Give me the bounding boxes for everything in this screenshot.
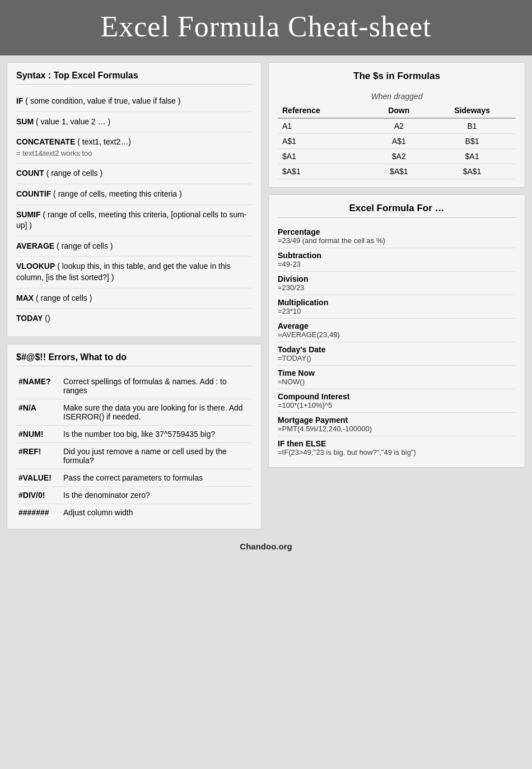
dollars-cell: $A1	[428, 149, 516, 164]
dollars-row: $A$1$A$1$A$1	[278, 164, 516, 179]
formula-for-value: =23/49 (and format the cell as %)	[278, 236, 516, 245]
formula-for-value: =AVERAGE(23,49)	[278, 330, 516, 339]
error-code: #VALUE!	[16, 469, 61, 486]
formula-for-value: =NOW()	[278, 377, 516, 386]
footer-text: Chandoo.org	[240, 542, 292, 551]
dollars-cell: A$1	[369, 134, 428, 149]
syntax-card: Syntax : Top Excel Formulas IF ( some co…	[7, 62, 262, 337]
dollars-cell: $A2	[369, 149, 428, 164]
error-desc: Did you just remove a name or cell used …	[61, 442, 252, 469]
formula-for-item: Subtraction=49-23	[278, 248, 516, 272]
error-desc: Make sure the data you are looking for i…	[61, 399, 252, 425]
formula-for-name: Compound Interest	[278, 392, 516, 401]
formula-for-value: =IF(23>49,"23 is big, but how?","49 is b…	[278, 448, 516, 456]
formula-name: VLOOKUP	[16, 262, 55, 271]
formula-desc: ( range of cells, meeting this criteria …	[53, 189, 182, 198]
formula-for-name: Time Now	[278, 369, 516, 377]
dollars-cell: $A$1	[369, 164, 428, 179]
error-desc: Is the number too big, like 37^5759435 b…	[61, 425, 252, 442]
formula-for-item: Compound Interest=100*(1+10%)^5	[278, 389, 516, 413]
main-content: Syntax : Top Excel Formulas IF ( some co…	[0, 55, 532, 536]
formula-name: CONCATENATE	[16, 137, 75, 146]
formula-for-item: Time Now=NOW()	[278, 366, 516, 389]
error-row: #VALUE!Pass the correct parameters to fo…	[16, 469, 252, 486]
dollars-col-header: Down	[369, 103, 428, 118]
error-desc: Is the denominator zero?	[61, 486, 252, 504]
errors-table: #NAME?Correct spellings of formulas & na…	[16, 373, 252, 521]
formula-desc: ( range of cells, meeting this criteria,…	[16, 210, 247, 230]
dollars-cell: $A1	[278, 149, 369, 164]
formula-item: AVERAGE ( range of cells )	[16, 236, 252, 257]
page: Excel Formula Cheat-sheet Syntax : Top E…	[0, 0, 532, 557]
error-desc: Correct spellings of formulas & names. A…	[61, 373, 252, 399]
error-code: #REF!	[16, 442, 61, 469]
formula-name: MAX	[16, 293, 34, 302]
errors-card: $#@$!! Errors, What to do #NAME?Correct …	[7, 344, 262, 529]
formula-for-item: Average=AVERAGE(23,49)	[278, 319, 516, 342]
error-row: #N/AMake sure the data you are looking f…	[16, 399, 252, 425]
dollars-cell: A$1	[278, 134, 369, 149]
dollars-cell: A1	[278, 118, 369, 134]
error-code: #DIV/0!	[16, 486, 61, 504]
formula-desc: ()	[45, 314, 50, 323]
formula-for-item: Multiplication=23*10	[278, 295, 516, 319]
when-dragged-label: When dragged	[278, 92, 516, 103]
formula-for-name: Mortgage Payment	[278, 416, 516, 425]
formula-desc: ( range of cells )	[57, 241, 113, 250]
syntax-formulas-list: IF ( some condition, value if true, valu…	[16, 91, 252, 329]
dollars-cell: A2	[369, 118, 428, 134]
formula-for-name: Multiplication	[278, 298, 516, 307]
formula-for-name: Division	[278, 274, 516, 283]
formula-for-value: =TODAY()	[278, 354, 516, 362]
formula-for-card: Excel Formula For … Percentage=23/49 (an…	[268, 194, 525, 468]
formula-item: SUMIF ( range of cells, meeting this cri…	[16, 205, 252, 236]
dollars-cell: B$1	[428, 134, 516, 149]
error-code: #NUM!	[16, 425, 61, 442]
formula-for-value: =100*(1+10%)^5	[278, 401, 516, 409]
formula-for-name: IF then ELSE	[278, 439, 516, 448]
error-row: #REF!Did you just remove a name or cell …	[16, 442, 252, 469]
formula-for-item: IF then ELSE=IF(23>49,"23 is big, but ho…	[278, 436, 516, 459]
error-desc: Pass the correct parameters to formulas	[61, 469, 252, 486]
dollars-col-header: Sideways	[428, 103, 516, 118]
formula-item: IF ( some condition, value if true, valu…	[16, 91, 252, 112]
formula-desc: ( value 1, value 2 … )	[36, 117, 110, 126]
errors-title: $#@$!! Errors, What to do	[16, 352, 252, 366]
formula-note: = text1&text2 works too	[16, 149, 92, 157]
formula-item: COUNTIF ( range of cells, meeting this c…	[16, 184, 252, 205]
right-column: The $s in Formulas When dragged Referenc…	[268, 62, 525, 529]
formula-desc: ( range of cells )	[36, 293, 92, 302]
header: Excel Formula Cheat-sheet	[0, 0, 532, 55]
formula-for-value: =230/23	[278, 283, 516, 292]
formula-name: SUMIF	[16, 210, 41, 219]
formula-item: COUNT ( range of cells )	[16, 164, 252, 184]
formula-for-value: =PMT(4.5%/12,240,-100000)	[278, 425, 516, 433]
error-code: #N/A	[16, 399, 61, 425]
formula-for-name: Percentage	[278, 227, 516, 236]
formula-item: TODAY ()	[16, 309, 252, 329]
formula-for-name: Today's Date	[278, 345, 516, 354]
formula-name: AVERAGE	[16, 241, 54, 250]
formula-for-value: =49-23	[278, 260, 516, 268]
dollars-cell: $A$1	[278, 164, 369, 179]
formula-name: COUNT	[16, 169, 44, 178]
left-column: Syntax : Top Excel Formulas IF ( some co…	[7, 62, 262, 529]
error-row: #DIV/0!Is the denominator zero?	[16, 486, 252, 504]
error-code: #######	[16, 504, 61, 521]
formula-for-name: Average	[278, 321, 516, 330]
error-row: #######Adjust column width	[16, 504, 252, 521]
error-row: #NAME?Correct spellings of formulas & na…	[16, 373, 252, 399]
dollars-row: $A1$A2$A1	[278, 149, 516, 164]
formula-name: SUM	[16, 117, 34, 126]
formula-item: MAX ( range of cells )	[16, 288, 252, 309]
formula-item: CONCATENATE ( text1, text2…)= text1&text…	[16, 132, 252, 164]
formula-desc: ( text1, text2…)	[77, 137, 131, 146]
formula-item: SUM ( value 1, value 2 … )	[16, 112, 252, 133]
dollars-card: The $s in Formulas When dragged Referenc…	[268, 62, 525, 188]
formula-desc: ( range of cells )	[46, 169, 102, 178]
formula-for-item: Mortgage Payment=PMT(4.5%/12,240,-100000…	[278, 413, 516, 436]
dollars-cell: $A$1	[428, 164, 516, 179]
error-row: #NUM!Is the number too big, like 37^5759…	[16, 425, 252, 442]
formula-item: VLOOKUP ( lookup this, in this table, an…	[16, 257, 252, 288]
dollars-row: A1A2B1	[278, 118, 516, 134]
